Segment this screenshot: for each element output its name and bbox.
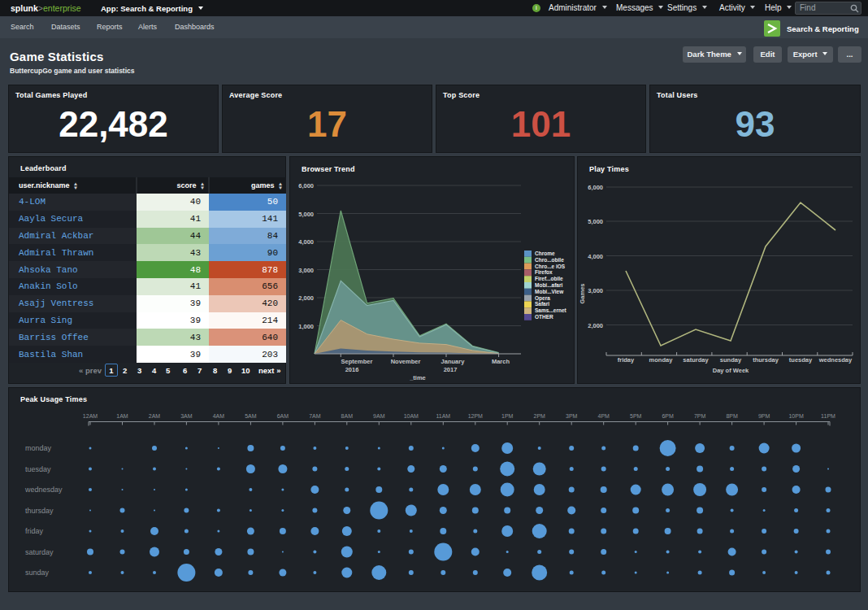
svg-text:Chrome: Chrome (535, 251, 555, 256)
svg-text:2PM: 2PM (533, 413, 545, 419)
svg-text:3,000: 3,000 (298, 267, 314, 274)
svg-text:monday: monday (649, 356, 674, 364)
svg-text:saturday: saturday (683, 356, 709, 364)
svg-text:6PM: 6PM (662, 413, 674, 419)
svg-text:November: November (391, 358, 421, 365)
svg-text:Chro...e iOS: Chro...e iOS (535, 264, 566, 269)
svg-text:thursday: thursday (753, 356, 779, 364)
svg-text:9AM: 9AM (373, 413, 385, 419)
svg-text:3,000: 3,000 (588, 287, 603, 294)
svg-text:6,000: 6,000 (588, 184, 603, 191)
svg-text:11AM: 11AM (436, 413, 450, 419)
svg-text:sunday: sunday (720, 356, 742, 364)
svg-text:3AM: 3AM (180, 413, 193, 419)
svg-text:saturday: saturday (25, 548, 54, 556)
svg-text:friday: friday (618, 356, 635, 364)
svg-text:Sams...ernet: Sams...ernet (535, 307, 566, 313)
svg-text:Chro...obile: Chro...obile (535, 257, 564, 263)
svg-text:OTHER: OTHER (535, 314, 553, 320)
svg-text:tuesday: tuesday (789, 356, 813, 364)
svg-text:12AM: 12AM (83, 413, 98, 419)
svg-text:Firef...obile: Firef...obile (535, 276, 563, 281)
svg-text:2017: 2017 (444, 366, 458, 373)
svg-text:2,000: 2,000 (588, 322, 603, 329)
svg-text:Games: Games (579, 283, 586, 303)
svg-text:6,000: 6,000 (298, 182, 314, 190)
svg-text:January: January (441, 358, 466, 365)
svg-text:7PM: 7PM (694, 413, 706, 419)
svg-text:5AM: 5AM (245, 413, 257, 419)
svg-text:September: September (341, 358, 373, 365)
svg-text:1AM: 1AM (116, 413, 128, 419)
svg-text:1PM: 1PM (501, 413, 514, 419)
svg-text:Firefox: Firefox (535, 269, 553, 275)
svg-text:sunday: sunday (25, 569, 50, 577)
svg-text:4AM: 4AM (213, 413, 225, 419)
svg-text:12PM: 12PM (468, 413, 483, 419)
svg-text:Safari: Safari (535, 301, 549, 307)
svg-text:2016: 2016 (345, 366, 359, 373)
svg-text:March: March (492, 358, 510, 365)
svg-text:9PM: 9PM (758, 413, 770, 419)
svg-text:Mobi...View: Mobi...View (535, 289, 564, 294)
svg-text:3PM: 3PM (566, 413, 578, 419)
svg-text:2AM: 2AM (149, 413, 161, 419)
svg-text:Mobi...afari: Mobi...afari (535, 282, 563, 288)
svg-text:11PM: 11PM (821, 413, 835, 419)
svg-text:4,000: 4,000 (588, 253, 603, 260)
svg-text:_time: _time (409, 374, 426, 381)
svg-text:Opera: Opera (535, 295, 550, 302)
svg-text:2,000: 2,000 (298, 294, 314, 302)
svg-text:4,000: 4,000 (298, 238, 314, 246)
svg-text:wednesday: wednesday (818, 356, 853, 364)
svg-text:1,000: 1,000 (298, 323, 314, 330)
svg-text:8PM: 8PM (726, 413, 738, 419)
svg-text:7AM: 7AM (309, 413, 321, 419)
svg-text:10AM: 10AM (404, 413, 419, 419)
svg-text:5,000: 5,000 (298, 211, 314, 218)
svg-text:6AM: 6AM (277, 413, 289, 419)
svg-text:4PM: 4PM (597, 413, 610, 419)
svg-text:5PM: 5PM (630, 413, 642, 419)
svg-text:5,000: 5,000 (588, 218, 603, 225)
svg-text:friday: friday (25, 527, 44, 535)
svg-text:thursday: thursday (25, 507, 54, 515)
svg-text:monday: monday (25, 444, 52, 452)
svg-text:wednesday: wednesday (24, 486, 63, 494)
svg-text:10PM: 10PM (788, 413, 803, 419)
svg-text:Day of Week: Day of Week (713, 367, 749, 374)
svg-text:8AM: 8AM (341, 413, 354, 419)
svg-text:tuesday: tuesday (25, 465, 51, 473)
